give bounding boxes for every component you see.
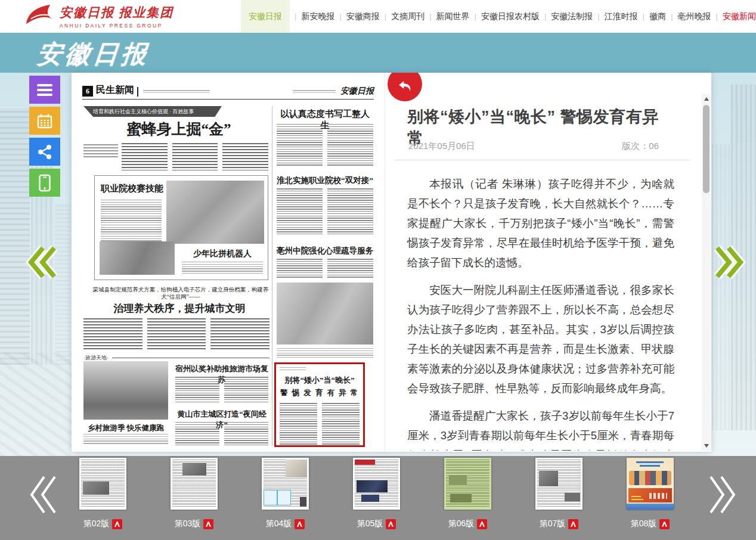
headline-run[interactable]: 乡村旅游季 快乐健康跑 <box>83 423 168 433</box>
share-icon <box>37 144 52 160</box>
newsprint-text-block <box>101 200 162 243</box>
thumbnail-page-05[interactable]: 第05版 <box>353 458 400 529</box>
article-paragraph: 潘道香提醒广大家长，孩子3岁以前每年生长小于7厘米，3岁到青春期以前每年生长小于… <box>407 406 674 451</box>
headline-bozhou[interactable]: 亳州中院强化心理疏导服务 <box>277 246 373 256</box>
news-photo <box>100 241 175 275</box>
marathon-photo <box>83 361 168 420</box>
thumbnail-label[interactable]: 第03版 <box>175 519 201 529</box>
thumbnail-page-08[interactable]: 第08版 <box>627 458 674 529</box>
highlight-title-line1: 别将“矮小”当“晚长” <box>280 375 360 386</box>
nav-item-digest-weekly[interactable]: 文摘周刊 <box>380 0 425 33</box>
divider <box>395 160 690 160</box>
logo-cn-text: 安徽日报 报业集团 <box>60 4 173 21</box>
double-chevron-right-icon <box>714 244 746 280</box>
thumbnail-label[interactable]: 第08版 <box>631 519 657 529</box>
highlighted-article-box[interactable]: 别将“矮小”当“晚长” 警 惕 发 育 有 异 常 <box>274 362 365 447</box>
nav-item-huishang[interactable]: 徽商 <box>638 0 666 33</box>
menu-button[interactable] <box>29 76 60 104</box>
newsprint-columns <box>280 403 360 446</box>
newspaper-nav: 安徽日报 新安晚报 安徽商报 文摘周刊 新闻世界 安徽日报农村版 安徽法制报 江… <box>241 0 756 33</box>
scroll-up-arrow[interactable] <box>704 97 709 101</box>
return-arrow-icon <box>397 79 413 94</box>
pdf-icon[interactable] <box>203 519 213 529</box>
article-date: 2021年05月06日 <box>408 141 475 152</box>
thumbnail-label[interactable]: 第05版 <box>357 519 383 529</box>
newspaper-page-image[interactable]: 6 民生新闻 安徽日报 培育和践行社会主义核心价值观 · 百姓故事 蜜蜂身上掘“… <box>72 73 385 452</box>
news-photo <box>166 181 264 244</box>
logo-swoosh-icon <box>25 4 55 29</box>
thumbnail-label[interactable]: 第07版 <box>540 519 566 529</box>
share-button[interactable] <box>29 138 60 166</box>
thumbnail-page-04[interactable]: 第04版 <box>262 458 309 529</box>
pdf-icon[interactable] <box>568 519 578 529</box>
smartphone-icon <box>37 174 52 192</box>
newsprint-text-block <box>277 348 373 358</box>
double-chevron-left-icon <box>27 474 57 516</box>
photo-feature-box: 职业院校赛技能 少年比拼机器人 <box>94 175 268 280</box>
kicker-banner: 培育和践行社会主义核心价值观 · 百姓故事 <box>83 106 222 117</box>
thumbnail-page-03[interactable]: 第03版 <box>171 458 218 529</box>
building-silhouette <box>55 204 70 365</box>
article-paragraph: 安医大一附院儿科副主任医师潘道香说，很多家长认为孩子吃得少了营养跟不上，所以长不… <box>407 280 674 398</box>
newsprint-columns <box>277 188 373 236</box>
nav-item-news-world[interactable]: 新闻世界 <box>425 0 469 33</box>
thumbnail-label[interactable]: 第04版 <box>266 519 292 529</box>
headline-vocational[interactable]: 职业院校赛技能 <box>101 183 172 194</box>
pdf-icon[interactable] <box>477 519 487 529</box>
thumbnail-label[interactable]: 第02版 <box>83 519 110 529</box>
article-meta: 2021年05月06日 版次：06 <box>408 141 659 152</box>
headline-robot[interactable]: 少年比拼机器人 <box>182 249 263 259</box>
newsprint-columns <box>277 259 373 279</box>
prev-page-button[interactable] <box>25 244 57 283</box>
double-chevron-left-icon <box>25 244 57 280</box>
scrollbar-thumb[interactable] <box>703 105 709 193</box>
newspaper-masthead-small: 安徽日报 <box>340 86 374 97</box>
building-silhouette <box>712 144 730 430</box>
pdf-icon[interactable] <box>386 519 396 529</box>
calendar-button[interactable] <box>29 107 60 135</box>
thumbnails-next-button[interactable] <box>708 474 738 518</box>
next-page-button[interactable] <box>714 244 746 283</box>
pdf-icon[interactable] <box>659 519 670 529</box>
thumbnail-page-06[interactable]: 第06版 <box>444 458 491 529</box>
newsprint-columns <box>83 318 269 350</box>
nav-item-anhui-business[interactable]: 安徽商报 <box>334 0 379 33</box>
thumbnail-label[interactable]: 第06版 <box>448 519 475 529</box>
thumbnail-list: 第02版 第03版 第04版 <box>79 458 674 529</box>
street-silhouette <box>0 353 72 456</box>
headline-dog[interactable]: 治理养犬秩序，提升城市文明 <box>88 302 271 315</box>
newsprint-text-block <box>280 367 306 371</box>
headline-bee-story[interactable]: 蜜蜂身上掘“金” <box>95 119 262 139</box>
edition-number-badge: 6 <box>82 86 93 97</box>
nav-item-legal-daily[interactable]: 安徽法制报 <box>540 0 593 33</box>
pdf-icon[interactable] <box>295 519 305 529</box>
headline-huaibei[interactable]: 淮北实施职业院校“双对接” <box>277 175 373 186</box>
article-panel: 别将“矮小”当“晚长” 警惕发育有异常 2021年05月06日 版次：06 本报… <box>385 73 711 452</box>
article-scrollbar[interactable] <box>702 94 711 451</box>
nav-item-xinan-evening[interactable]: 新安晚报 <box>290 0 334 33</box>
newsprint-columns <box>277 124 373 167</box>
newsprint-text-block <box>293 90 336 94</box>
column-rule <box>272 106 272 446</box>
nav-item-anhui-news-net[interactable]: 安徽新闻网 <box>711 0 756 33</box>
nav-item-anhui-daily[interactable]: 安徽日报 <box>241 0 290 33</box>
top-header: 安徽日报 报业集团 ANHUI DAILY PRESS GROUP 安徽日报 新… <box>0 0 756 33</box>
mobile-button[interactable] <box>29 169 60 197</box>
newsprint-columns <box>175 377 268 403</box>
newsprint-text-block <box>83 434 168 445</box>
pdf-icon[interactable] <box>112 519 122 529</box>
nav-item-rural-edition[interactable]: 安徽日报农村版 <box>470 0 540 33</box>
highlight-title-line2: 警 惕 发 育 有 异 常 <box>280 388 360 398</box>
thumbnail-page-07[interactable]: 第07版 <box>535 458 583 529</box>
back-to-page-button[interactable] <box>388 73 422 101</box>
building-silhouette <box>0 108 30 365</box>
nav-item-bozhou-evening[interactable]: 亳州晚报 <box>666 0 711 33</box>
nav-item-jianghuai-times[interactable]: 江淮时报 <box>593 0 637 33</box>
thumbnails-prev-button[interactable] <box>27 474 57 518</box>
press-group-logo[interactable]: 安徽日报 报业集团 ANHUI DAILY PRESS GROUP <box>25 4 173 29</box>
double-chevron-right-icon <box>708 474 738 516</box>
thumbnail-page-02[interactable]: 第02版 <box>79 458 126 529</box>
hamburger-icon <box>37 82 52 98</box>
scroll-down-arrow[interactable] <box>704 444 709 448</box>
farmers-photo <box>277 283 373 345</box>
